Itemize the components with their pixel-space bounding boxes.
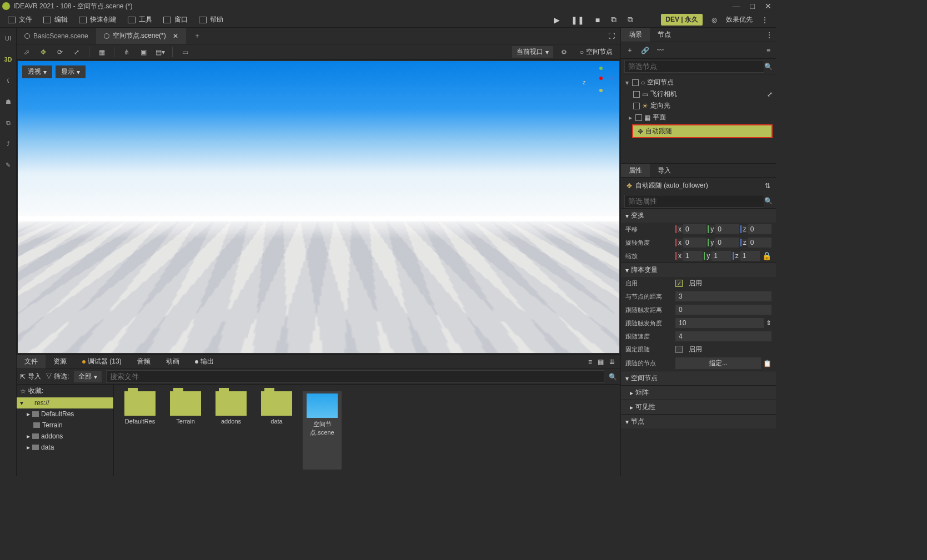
orientation-gizmo[interactable]: z [583,64,616,98]
rail-store-icon[interactable]: ☗ [2,95,14,108]
root-node-chip[interactable]: ○空间节点 [575,46,617,58]
add-tab-button[interactable]: ＋ [186,31,208,41]
record-a-button[interactable]: ⧉ [611,15,617,24]
search-icon[interactable]: 🔍 [764,63,773,70]
btab-audio[interactable]: 音频 [129,355,158,369]
menu-edit[interactable]: 编辑 [38,12,73,27]
menu-help[interactable]: 帮助 [193,12,229,27]
prop-filter-input[interactable] [624,195,764,208]
grid-tool[interactable]: ▤▾ [153,46,167,58]
stepper-icon[interactable]: ⇕ [766,319,771,327]
node-auto-follower[interactable]: ✥自动跟随 [632,124,773,138]
stop-button[interactable]: ■ [595,16,600,24]
move-tool[interactable]: ✥ [37,46,50,58]
menu-more-icon[interactable]: ⋮ [761,16,768,24]
add-node-icon[interactable]: ＋ [627,46,633,55]
folder-data[interactable]: data [257,391,296,470]
picker-icon[interactable]: 📋 [763,360,771,367]
select-tool[interactable]: ⬀ [20,46,33,58]
section-spatial[interactable]: ▾ 空间节点 [621,371,776,385]
collapse-icon[interactable]: ⇊ [609,358,615,366]
rail-export-icon[interactable]: ⤴ [2,138,14,150]
list-view-icon[interactable]: ≡ [588,358,592,366]
render-mode[interactable]: 效果优先 [726,15,753,24]
maximize-button[interactable]: □ [750,2,755,11]
rail-3d[interactable]: 3D [2,53,14,65]
search-icon[interactable]: 🔍 [609,373,617,381]
section-visibility[interactable]: ▸ 可见性 [621,400,776,414]
btab-resource[interactable]: 资源 [46,355,74,369]
distance-input[interactable]: 3 [675,291,771,301]
scene-filter-input[interactable] [624,60,764,73]
menu-quick-create[interactable]: 快速创建 [73,12,122,27]
btab-debugger[interactable]: 调试器 (13) [74,355,129,369]
close-button[interactable]: ✕ [765,2,771,11]
rail-note-icon[interactable]: ✎ [2,159,14,171]
wave-icon[interactable]: 〰 [657,47,664,54]
folder-terrain[interactable]: Terrain [166,391,205,470]
btab-file[interactable]: 文件 [17,355,46,369]
btab-anim[interactable]: 动画 [158,355,187,369]
rail-ui[interactable]: UI [2,32,14,44]
menu-window[interactable]: 窗口 [158,12,193,27]
section-transform[interactable]: ▾ 变换 [621,208,776,223]
rotate-z[interactable]: 0 [748,238,771,248]
menu-icon[interactable]: ≡ [766,47,770,54]
rtab-node[interactable]: 节点 [650,28,679,42]
scene-tree[interactable]: ▾○空间节点 ▭飞行相机⤢ ☀定向光 ▸▦平面 ✥自动跟随 [621,74,776,163]
rotate-y[interactable]: 0 [715,238,739,248]
fullscreen-icon[interactable]: ⛶ [603,32,620,40]
scale-x[interactable]: 1 [683,251,703,261]
viewport[interactable]: 透视▾ 显示▾ z [17,60,620,354]
local-tool[interactable]: ▣ [137,46,150,58]
folder-addons[interactable]: addons [212,391,250,470]
gear-icon[interactable]: ⚙ [558,46,571,58]
viewport-selector[interactable]: 当前视口▾ [512,46,553,58]
fixed-checkbox[interactable] [675,346,683,353]
scale-y[interactable]: 1 [711,251,731,261]
scale-z[interactable]: 1 [740,251,760,261]
translate-z[interactable]: 0 [748,224,771,234]
filter-all[interactable]: 全部 ▾ [74,371,102,382]
import-button[interactable]: ⇱ 导入 [20,372,41,381]
rail-panel-icon[interactable]: ⧉ [2,117,14,129]
btab-output[interactable]: 输出 [187,355,222,369]
lock-icon[interactable]: 🔒 [762,251,771,260]
scene-tab-basic[interactable]: BasicScene.scene [17,28,96,44]
rtab-more-icon[interactable]: ⋮ [763,28,776,42]
snap-tool[interactable]: ▦ [95,46,108,58]
rail-curve-icon[interactable]: ⤹ [2,74,14,87]
prop-settings-icon[interactable]: ⇅ [765,182,770,190]
pivot-tool[interactable]: ⋔ [120,46,133,58]
translate-x[interactable]: 0 [683,224,706,234]
ptab-props[interactable]: 属性 [621,164,650,177]
enable-checkbox[interactable] [675,280,683,287]
section-matrix[interactable]: ▸ 矩阵 [621,385,776,400]
menu-file[interactable]: 文件 [2,12,38,27]
section-node[interactable]: ▾ 节点 [621,414,776,428]
minimize-button[interactable]: — [733,2,740,11]
camera-tool[interactable]: ▭ [178,46,192,58]
file-scene[interactable]: 空间节点.scene [303,391,342,470]
folder-defaultres[interactable]: DefaultRes [121,391,159,470]
close-icon[interactable]: ✕ [173,32,178,40]
record-b-button[interactable]: ⧉ [628,15,633,24]
assign-button[interactable]: 指定... [675,357,761,369]
file-tree[interactable]: ☆收藏: ▾res:// ▸DefaultRes Terrain ▸addons… [17,385,114,476]
ptab-import[interactable]: 导入 [650,164,679,177]
link-icon[interactable]: 🔗 [641,47,649,54]
play-button[interactable]: ▶ [554,16,560,24]
menu-tools[interactable]: 工具 [122,12,158,27]
rotate-tool[interactable]: ⟳ [53,46,67,58]
display-dropdown[interactable]: 显示▾ [56,65,86,78]
rtab-scene[interactable]: 场景 [621,28,650,42]
search-icon[interactable]: 🔍 [764,197,773,205]
file-grid[interactable]: DefaultRes Terrain addons data 空间节点.scen… [114,385,620,476]
file-search-input[interactable] [106,370,604,383]
projection-dropdown[interactable]: 透视▾ [22,65,52,78]
grad-icon[interactable]: ◎ [711,16,717,24]
grid-view-icon[interactable]: ▦ [598,358,604,366]
section-script-vars[interactable]: ▾ 脚本变量 [621,263,776,277]
scale-tool[interactable]: ⤢ [70,46,83,58]
translate-y[interactable]: 0 [715,224,739,234]
